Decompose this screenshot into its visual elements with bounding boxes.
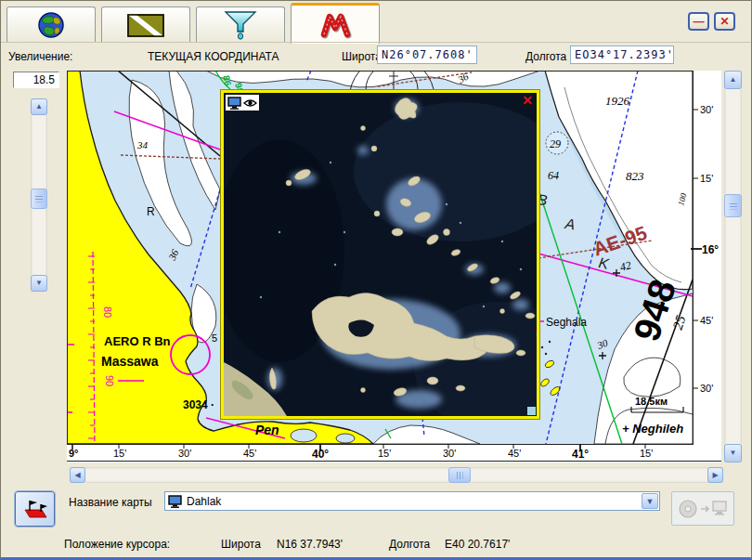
chart-name-label: Название карты (69, 496, 152, 509)
app-window: — ✕ Увеличение: ТЕКУЩАЯ КООРДИНАТА Широт… (0, 0, 752, 560)
overlay-resize-grip[interactable] (527, 407, 536, 415)
svg-text:9°: 9° (69, 448, 79, 459)
svg-text:3034 ·: 3034 · (183, 398, 214, 411)
svg-text:15': 15' (113, 448, 126, 459)
zoom-label: Увеличение: (8, 50, 72, 63)
longitude-value: EO34°17.2393' (575, 48, 674, 61)
svg-text:18.5км: 18.5км (635, 396, 668, 407)
combobox-dropdown-arrow[interactable]: ▼ (642, 493, 658, 509)
zoom-value-box[interactable]: 18.5 (13, 72, 59, 88)
cursor-lon-value: E40 20.7617' (445, 538, 510, 551)
map-hscroll-left-arrow[interactable]: ◀ (70, 467, 85, 483)
svg-text:15': 15' (378, 448, 391, 459)
svg-text:Seghala: Seghala (546, 316, 587, 329)
map-vscroll-down-arrow[interactable]: ▼ (724, 444, 742, 462)
monitor-icon (168, 495, 182, 508)
svg-text:Pen: Pen (255, 423, 279, 437)
eye-icon[interactable] (243, 98, 257, 109)
chart-name-value: Dahlak (187, 495, 221, 508)
svg-text:30': 30' (700, 383, 713, 394)
overlay-toolbar (226, 95, 259, 111)
svg-text:R: R (147, 205, 155, 218)
funnel-icon (222, 9, 259, 41)
chart-name-combobox[interactable]: Dahlak ▼ (164, 491, 660, 511)
close-button[interactable]: ✕ (714, 12, 735, 31)
coordinate-bar: Увеличение: ТЕКУЩАЯ КООРДИНАТА Широта N2… (1, 43, 752, 71)
status-bar: Положение курсора: Широта N16 37.7943' Д… (1, 530, 752, 554)
zoom-value: 18.5 (33, 73, 55, 86)
svg-text:29: 29 (550, 137, 561, 150)
latitude-field[interactable]: N26°07.7608' (377, 46, 477, 64)
svg-text:30': 30' (443, 448, 456, 459)
svg-text:45': 45' (243, 448, 256, 459)
svg-text:A: A (564, 215, 577, 232)
current-coordinate-label: ТЕКУЩАЯ КООРДИНАТА (148, 50, 279, 63)
svg-text:30': 30' (178, 448, 191, 459)
overlay-close-icon[interactable]: ✕ (522, 94, 533, 108)
tab-globe[interactable] (6, 7, 96, 43)
map-vscroll-track[interactable] (724, 71, 742, 462)
svg-text:45': 45' (700, 315, 713, 326)
tab-filter[interactable] (196, 7, 285, 43)
tab-bar: — ✕ (1, 1, 752, 43)
map-hscroll-thumb[interactable] (448, 467, 471, 483)
svg-text:5: 5 (212, 332, 217, 344)
minimize-button[interactable]: — (688, 12, 709, 31)
close-glyph: ✕ (720, 16, 729, 27)
chart-select-button[interactable] (15, 491, 55, 527)
svg-text:Massawa: Massawa (101, 354, 159, 369)
m-logo-icon (317, 10, 354, 40)
monitor-icon[interactable] (227, 97, 241, 110)
latitude-label: Широта (342, 50, 382, 63)
longitude-field[interactable]: EO34°17.2393' (570, 46, 674, 64)
svg-text:30': 30' (700, 104, 713, 115)
lagoon (336, 434, 355, 443)
overlay-close-glyph: ✕ (522, 93, 533, 108)
svg-text:45': 45' (508, 448, 521, 459)
globe-earth-icon (35, 10, 67, 40)
svg-text:16°: 16° (702, 243, 719, 256)
svg-text:80: 80 (102, 306, 113, 318)
map-vscroll-thumb[interactable] (724, 194, 742, 217)
svg-text:823: 823 (626, 169, 644, 183)
svg-text:90: 90 (104, 375, 115, 386)
svg-text:41°: 41° (572, 448, 589, 461)
chart-area-with-flags-icon (21, 497, 49, 521)
map-hscroll-right-arrow[interactable]: ▶ (707, 467, 723, 483)
disc-to-monitor-icon (677, 498, 729, 520)
svg-text:34: 34 (136, 139, 149, 150)
map-vscroll-up-arrow[interactable]: ▲ (724, 71, 742, 89)
lagoon (291, 429, 317, 442)
zoom-slider-down-arrow[interactable]: ▼ (31, 275, 47, 292)
svg-text:1926: 1926 (605, 94, 630, 108)
svg-text:15': 15' (640, 448, 653, 459)
longitude-label: Долгота (525, 50, 566, 63)
tab-flag[interactable] (101, 7, 190, 43)
svg-text:40°: 40° (312, 448, 329, 461)
tab-m-logo-active[interactable] (291, 3, 380, 44)
cursor-position-label: Положение курсора: (64, 538, 170, 551)
minimize-glyph: — (694, 16, 705, 27)
cursor-lat-label: Широта (221, 538, 261, 551)
satellite-image (224, 93, 537, 416)
zoom-slider-thumb[interactable] (31, 189, 47, 209)
cursor-lon-label: Долгота (389, 538, 430, 551)
svg-text:AERO R Bn: AERO R Bn (104, 334, 171, 348)
zoom-slider-up-arrow[interactable]: ▲ (31, 98, 47, 115)
export-to-screen-button-disabled[interactable] (671, 491, 734, 526)
svg-text:64: 64 (548, 169, 559, 182)
cursor-lat-value: N16 37.7943' (277, 538, 343, 551)
satellite-overlay-window[interactable]: ✕ (221, 90, 539, 419)
dive-flag-icon (125, 11, 166, 39)
map-hscroll-track[interactable] (70, 467, 723, 483)
bottom-axis-margin (67, 444, 721, 462)
svg-text:15': 15' (700, 173, 713, 184)
svg-text:+ Neghileh: + Neghileh (622, 422, 683, 436)
latitude-value: N26°07.7608' (382, 48, 473, 61)
